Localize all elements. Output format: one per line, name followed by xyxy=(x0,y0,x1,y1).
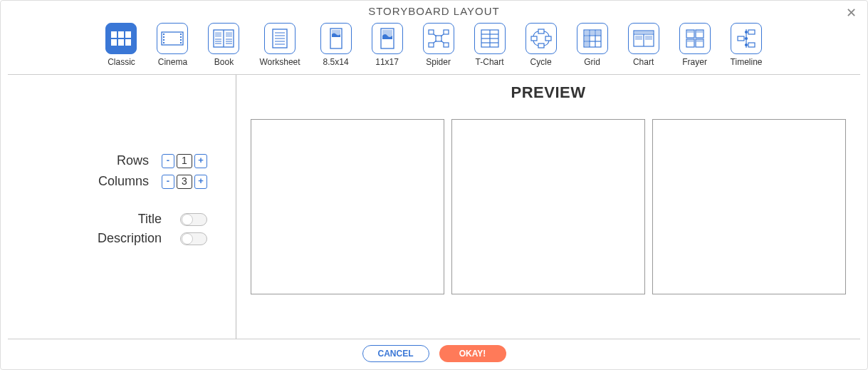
svg-rect-79 xyxy=(738,36,744,41)
svg-rect-50 xyxy=(545,36,551,41)
layout-option-chart[interactable]: Chart xyxy=(628,23,659,67)
layout-label: Cinema xyxy=(158,57,187,67)
svg-rect-7 xyxy=(163,34,164,35)
worksheet-icon xyxy=(264,23,296,54)
rows-control: Rows - 1 + xyxy=(1,153,207,168)
svg-rect-39 xyxy=(444,43,449,47)
svg-rect-59 xyxy=(585,36,589,41)
layout-option-spider[interactable]: Spider xyxy=(423,23,454,67)
grid-icon xyxy=(577,23,608,54)
layout-option-grid[interactable]: Grid xyxy=(577,23,608,67)
layout-label: Worksheet xyxy=(259,57,300,67)
svg-rect-52 xyxy=(531,36,537,41)
svg-rect-14 xyxy=(180,42,182,43)
svg-rect-17 xyxy=(215,32,221,37)
dialog-header: STORYBOARD LAYOUT ✕ xyxy=(1,1,867,17)
preview-heading: PREVIEW xyxy=(251,83,846,102)
description-toggle[interactable] xyxy=(180,232,207,245)
cancel-button[interactable]: CANCEL xyxy=(362,345,429,362)
cinema-icon xyxy=(157,23,188,54)
layout-label: Grid xyxy=(584,57,600,67)
svg-rect-74 xyxy=(696,31,703,33)
frayer-icon xyxy=(679,23,711,54)
rows-decrement-button[interactable]: - xyxy=(162,154,174,168)
svg-rect-35 xyxy=(436,36,441,41)
svg-rect-49 xyxy=(538,29,544,34)
svg-rect-3 xyxy=(111,39,117,46)
description-toggle-label: Description xyxy=(98,231,162,246)
svg-rect-4 xyxy=(118,39,124,46)
svg-rect-9 xyxy=(163,39,164,41)
svg-point-83 xyxy=(746,44,748,46)
svg-rect-66 xyxy=(634,31,653,34)
description-control: Description xyxy=(1,231,207,246)
dialog-footer: CANCEL OKAY! xyxy=(8,339,860,369)
okay-button[interactable]: OKAY! xyxy=(439,345,506,362)
layout-label: 11x17 xyxy=(375,57,399,67)
layout-option-classic[interactable]: Classic xyxy=(105,23,137,67)
svg-rect-37 xyxy=(444,30,449,34)
layout-label: Book xyxy=(214,57,234,67)
layout-option-11x17[interactable]: 11x17 xyxy=(372,23,403,67)
layout-option-timeline[interactable]: Timeline xyxy=(731,23,763,67)
title-toggle-label: Title xyxy=(138,212,162,227)
title-toggle[interactable] xyxy=(180,213,207,226)
svg-rect-38 xyxy=(429,43,434,47)
svg-rect-36 xyxy=(429,30,434,34)
layout-option-book[interactable]: Book xyxy=(208,23,239,67)
svg-rect-73 xyxy=(687,31,694,33)
svg-rect-62 xyxy=(596,31,600,35)
tabloid-icon xyxy=(372,23,403,54)
svg-rect-61 xyxy=(590,31,595,35)
storyboard-layout-dialog: STORYBOARD LAYOUT ✕ Classic Cinema Book xyxy=(0,0,868,370)
columns-label: Columns xyxy=(98,174,149,189)
timeline-icon xyxy=(731,23,762,54)
rows-stepper: - 1 + xyxy=(162,154,207,168)
layout-label: Frayer xyxy=(682,57,707,67)
svg-rect-10 xyxy=(163,42,164,43)
classic-icon xyxy=(105,23,137,54)
rows-label: Rows xyxy=(117,153,149,168)
svg-point-81 xyxy=(746,31,748,34)
rows-increment-button[interactable]: + xyxy=(194,154,207,168)
columns-increment-button[interactable]: + xyxy=(194,175,207,189)
layout-option-tchart[interactable]: T-Chart xyxy=(474,23,506,67)
close-icon[interactable]: ✕ xyxy=(846,6,857,19)
cycle-icon xyxy=(525,23,557,54)
layout-label: T-Chart xyxy=(476,57,504,67)
svg-rect-68 xyxy=(645,36,652,40)
svg-rect-18 xyxy=(226,32,232,37)
svg-rect-5 xyxy=(125,39,131,46)
layout-option-cinema[interactable]: Cinema xyxy=(157,23,188,67)
svg-rect-6 xyxy=(162,32,183,45)
columns-decrement-button[interactable]: - xyxy=(162,175,174,189)
layout-label: Spider xyxy=(426,57,451,67)
spider-icon xyxy=(423,23,454,54)
layout-label: 8.5x14 xyxy=(323,57,349,67)
layout-label: Cycle xyxy=(530,57,552,67)
svg-rect-0 xyxy=(111,31,117,38)
layout-option-85x14[interactable]: 8.5x14 xyxy=(320,23,352,67)
svg-rect-13 xyxy=(180,39,182,41)
svg-rect-58 xyxy=(585,31,589,35)
columns-stepper: - 3 + xyxy=(162,175,207,189)
title-control: Title xyxy=(1,212,207,227)
svg-rect-67 xyxy=(635,36,642,40)
svg-rect-11 xyxy=(180,34,182,35)
svg-rect-78 xyxy=(748,30,755,34)
layout-option-frayer[interactable]: Frayer xyxy=(679,23,711,67)
layout-option-cycle[interactable]: Cycle xyxy=(525,23,557,67)
layout-label: Chart xyxy=(633,57,654,67)
preview-grid xyxy=(251,119,846,294)
tchart-icon xyxy=(474,23,506,54)
dialog-title: STORYBOARD LAYOUT xyxy=(368,5,500,17)
preview-pane: PREVIEW xyxy=(236,75,867,339)
svg-rect-76 xyxy=(696,40,703,42)
svg-rect-75 xyxy=(687,40,694,42)
dialog-body: Rows - 1 + Columns - 3 + Title xyxy=(1,75,867,339)
legal-icon xyxy=(320,23,352,54)
layout-option-worksheet[interactable]: Worksheet xyxy=(259,23,300,67)
layout-label: Classic xyxy=(108,57,135,67)
svg-rect-2 xyxy=(125,31,131,38)
preview-cell xyxy=(251,119,444,294)
